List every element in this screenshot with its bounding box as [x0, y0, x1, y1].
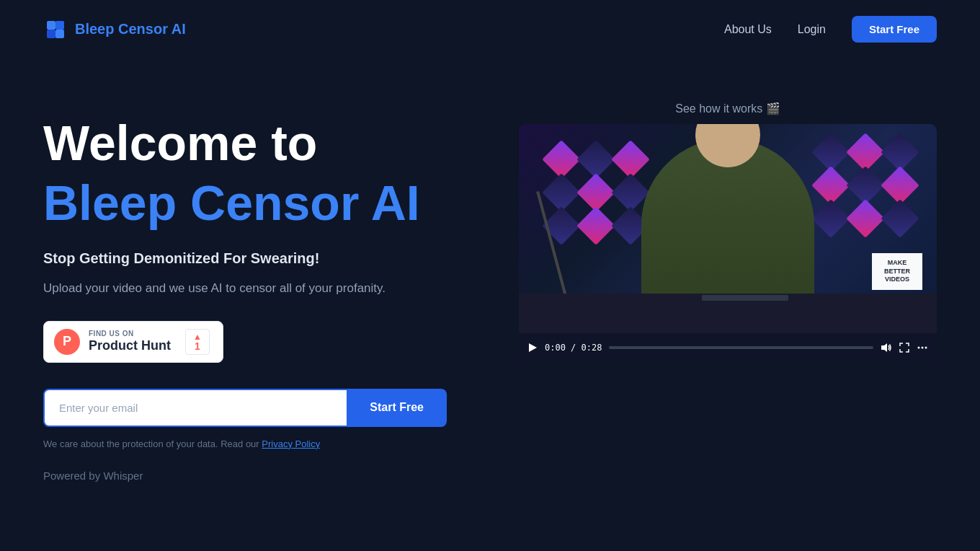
hero-subtitle: Stop Getting Demonitized For Swearing!: [43, 250, 490, 267]
diamond-r-2: [846, 133, 885, 172]
ph-votes: ▲ 1: [185, 329, 210, 355]
fullscreen-button[interactable]: [899, 343, 909, 353]
diamond-r-8: [846, 199, 885, 238]
logo-label: Bleep Censor AI: [75, 21, 186, 38]
svg-rect-2: [47, 30, 55, 38]
nav-login[interactable]: Login: [798, 23, 826, 36]
progress-bar[interactable]: [609, 346, 873, 349]
diamond-2: [576, 140, 615, 179]
diamond-4: [542, 173, 581, 212]
diamond-r-3: [881, 133, 919, 172]
svg-point-7: [922, 347, 924, 349]
svg-rect-1: [55, 21, 64, 30]
video-player[interactable]: MAKE BETTER VIDEOS 0:00 / 0:28: [519, 124, 937, 362]
nav-about-us[interactable]: About Us: [724, 23, 772, 36]
hero-description: Upload your video and we use AI to censo…: [43, 278, 447, 298]
video-section: See how it works 🎬: [519, 102, 937, 362]
diamond-r-5: [846, 166, 885, 205]
ph-find-us-label: FIND US ON: [89, 330, 171, 338]
svg-point-6: [918, 347, 920, 349]
hero-welcome: Welcome to: [43, 116, 490, 170]
product-hunt-icon: P: [54, 329, 80, 355]
svg-marker-4: [529, 343, 537, 352]
svg-point-8: [925, 347, 927, 349]
play-button[interactable]: [527, 343, 538, 353]
start-free-button[interactable]: Start Free: [347, 389, 447, 427]
person-head: [695, 124, 760, 167]
main-content: Welcome to Bleep Censor AI Stop Getting …: [0, 58, 980, 511]
diamond-1: [542, 140, 581, 179]
more-options-button[interactable]: [917, 343, 928, 353]
svg-rect-0: [47, 21, 55, 30]
product-hunt-text: FIND US ON Product Hunt: [89, 330, 171, 354]
diamond-5: [576, 173, 615, 212]
volume-button[interactable]: [881, 343, 892, 353]
privacy-policy-link[interactable]: Privacy Policy: [262, 438, 320, 449]
ph-count: 1: [195, 341, 200, 351]
product-hunt-badge[interactable]: P FIND US ON Product Hunt ▲ 1: [43, 321, 223, 363]
navbar: Bleep Censor AI About Us Login Start Fre…: [0, 0, 980, 58]
email-input[interactable]: [43, 389, 347, 427]
desk: [519, 294, 937, 333]
ph-arrow-icon: ▲: [193, 332, 202, 341]
laptop: [702, 295, 788, 301]
video-label: See how it works 🎬: [519, 102, 937, 115]
time-display: 0:00 / 0:28: [545, 343, 602, 353]
hero-left: Welcome to Bleep Censor AI Stop Getting …: [43, 102, 490, 482]
svg-rect-3: [55, 30, 64, 38]
powered-by: Powered by Whisper: [43, 470, 490, 482]
logo-icon: [43, 17, 68, 42]
email-form: Start Free: [43, 389, 447, 427]
nav-start-free-button[interactable]: Start Free: [852, 16, 937, 43]
svg-marker-5: [881, 343, 887, 352]
nav-links: About Us Login Start Free: [724, 16, 937, 43]
hero-brand-name: Bleep Censor AI: [43, 176, 490, 230]
video-controls: 0:00 / 0:28: [519, 333, 937, 362]
diamond-8: [576, 206, 615, 245]
diamond-r-9: [881, 199, 919, 238]
privacy-note: We care about the protection of your dat…: [43, 438, 490, 449]
diamond-r-6: [881, 166, 919, 205]
mbv-sign: MAKE BETTER VIDEOS: [872, 253, 922, 290]
logo[interactable]: Bleep Censor AI: [43, 17, 186, 42]
ph-name-label: Product Hunt: [89, 338, 171, 354]
video-bg: MAKE BETTER VIDEOS: [519, 124, 937, 333]
